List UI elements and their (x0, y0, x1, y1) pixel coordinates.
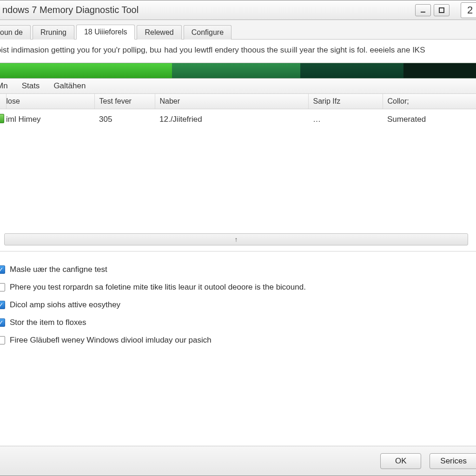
checkbox-0[interactable] (0, 265, 5, 274)
tab-4-label: Configure (192, 28, 224, 36)
cell-sarip: … (308, 109, 383, 130)
checkbox-1[interactable] (0, 283, 5, 291)
tab-2[interactable]: 18 Uiiieforels (76, 25, 135, 40)
secondary-button-label: Serices (440, 456, 467, 465)
maximize-button[interactable] (434, 4, 450, 16)
checkbox-3[interactable] (0, 318, 5, 327)
submenu-item-0[interactable]: Mn (0, 81, 8, 91)
progress-bar (0, 63, 476, 79)
col-2[interactable]: Naber (155, 94, 308, 109)
progress-seg-3 (300, 63, 403, 78)
tab-3[interactable]: Relewed (137, 25, 181, 40)
col-icon[interactable] (0, 94, 6, 109)
table-row[interactable]: iml Himey 305 12./Jiitefried … Sumerated (0, 109, 476, 130)
option-4-label: Firee Gläubefl weney Windows diviool iml… (10, 336, 212, 345)
secondary-button[interactable]: Serices (430, 453, 476, 469)
submenu-item-1[interactable]: Stats (22, 81, 40, 91)
extra-button[interactable]: 2 (461, 2, 476, 18)
option-3-label: Stor the item to floxes (10, 318, 86, 327)
tab-0[interactable]: oun de (0, 25, 31, 40)
extra-button-label: 2 (467, 4, 473, 16)
tab-4[interactable]: Configure (184, 25, 231, 40)
col-0[interactable]: lose (6, 94, 94, 109)
tab-3-label: Relewed (145, 28, 173, 36)
submenu-item-2[interactable]: Galtähen (53, 81, 86, 91)
table-header-row: lose Test fever Naber Sarip Ifz Collor; (0, 94, 476, 109)
maximize-icon (439, 7, 444, 13)
col-4[interactable]: Collor; (383, 94, 476, 109)
submenu-bar: Mn Stats Galtähen (0, 79, 476, 94)
tab-1-label: Rruning (40, 28, 66, 36)
option-0-label: Masle uær the canfigne test (10, 265, 107, 274)
cell-naber: 12./Jiitefried (155, 109, 308, 130)
minimize-button[interactable] (415, 4, 431, 16)
checkbox-4[interactable] (0, 336, 5, 344)
horizontal-scrollbar[interactable]: ↑ (4, 233, 468, 245)
svg-rect-1 (439, 8, 444, 13)
progress-seg-4 (403, 63, 476, 78)
window-root: ndows 7 Memory Diagnostic Tool 2 oun de … (0, 0, 476, 476)
divider (0, 251, 476, 251)
window-controls: 2 (415, 2, 476, 18)
option-2-label: Dicol amp siohs attive eosythey (10, 300, 120, 310)
cell-collor: Sumerated (383, 109, 476, 130)
progress-seg-1 (0, 63, 172, 78)
results-table-wrap: lose Test fever Naber Sarip Ifz Collor; … (0, 94, 476, 233)
minimize-icon (420, 7, 426, 13)
window-title: ndows 7 Memory Diagnostic Tool (2, 5, 415, 15)
cell-testfever: 305 (94, 109, 155, 130)
option-0[interactable]: Masle uær the canfigne test (0, 261, 476, 278)
option-1-label: Phere you test rorpardn sa foletine mite… (10, 283, 306, 292)
doc-green-icon (0, 114, 4, 123)
scroll-up-icon: ↑ (235, 236, 238, 243)
progress-seg-2 (172, 63, 300, 78)
tab-2-label: 18 Uiiieforels (84, 28, 127, 36)
checkbox-2[interactable] (0, 301, 5, 309)
cell-name: iml Himey (6, 109, 94, 130)
tab-0-label: oun de (0, 28, 23, 36)
col-1[interactable]: Test fever (94, 94, 155, 109)
titlebar: ndows 7 Memory Diagnostic Tool 2 (0, 0, 476, 20)
option-4[interactable]: Firee Gläubefl weney Windows diviool iml… (0, 331, 476, 349)
ok-button[interactable]: OK (380, 453, 421, 469)
footer-bar: OK Serices (0, 446, 476, 476)
ok-button-label: OK (395, 456, 407, 465)
results-table: lose Test fever Naber Sarip Ifz Collor; … (0, 94, 476, 130)
svg-rect-0 (421, 12, 425, 13)
option-2[interactable]: Dicol amp siohs attive eosythey (0, 296, 476, 314)
description-text: loist indimasion getting you for you'r p… (0, 40, 476, 59)
tab-1[interactable]: Rruning (33, 25, 74, 40)
tab-strip: oun de Rruning 18 Uiiieforels Relewed Co… (0, 20, 476, 40)
col-3[interactable]: Sarip Ifz (308, 94, 383, 109)
options-panel: Masle uær the canfigne test Phere you te… (0, 256, 476, 354)
option-3[interactable]: Stor the item to floxes (0, 314, 476, 331)
option-1[interactable]: Phere you test rorpardn sa foletine mite… (0, 278, 476, 296)
